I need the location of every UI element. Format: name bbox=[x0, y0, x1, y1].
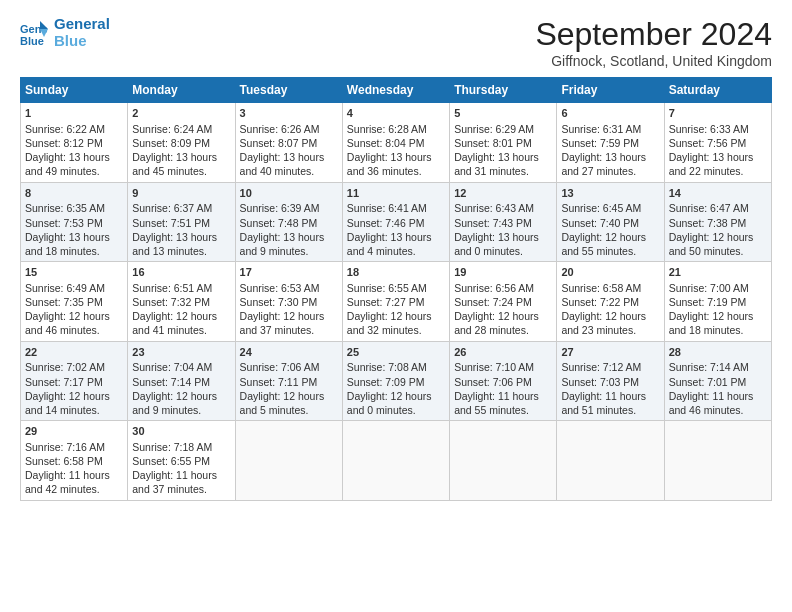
calendar-cell: 9Sunrise: 6:37 AMSunset: 7:51 PMDaylight… bbox=[128, 182, 235, 262]
day-info-line: Daylight: 12 hours bbox=[240, 389, 338, 403]
day-number: 3 bbox=[240, 106, 338, 121]
day-number: 1 bbox=[25, 106, 123, 121]
day-info-line: Sunset: 7:09 PM bbox=[347, 375, 445, 389]
day-info-line: Daylight: 13 hours bbox=[454, 230, 552, 244]
day-info-line: Sunrise: 6:24 AM bbox=[132, 122, 230, 136]
day-info-line: Sunrise: 7:04 AM bbox=[132, 360, 230, 374]
day-info-line: Daylight: 12 hours bbox=[25, 389, 123, 403]
day-info-line: Sunrise: 6:31 AM bbox=[561, 122, 659, 136]
calendar-cell: 20Sunrise: 6:58 AMSunset: 7:22 PMDayligh… bbox=[557, 262, 664, 342]
day-info-line: Daylight: 11 hours bbox=[454, 389, 552, 403]
day-info-line: Sunrise: 6:28 AM bbox=[347, 122, 445, 136]
day-info-line: Sunrise: 6:47 AM bbox=[669, 201, 767, 215]
week-row-4: 22Sunrise: 7:02 AMSunset: 7:17 PMDayligh… bbox=[21, 341, 772, 421]
calendar-cell bbox=[664, 421, 771, 501]
calendar-cell bbox=[557, 421, 664, 501]
day-info-line: Sunrise: 6:43 AM bbox=[454, 201, 552, 215]
day-number: 26 bbox=[454, 345, 552, 360]
day-info-line: Sunset: 7:32 PM bbox=[132, 295, 230, 309]
day-number: 7 bbox=[669, 106, 767, 121]
calendar-cell: 22Sunrise: 7:02 AMSunset: 7:17 PMDayligh… bbox=[21, 341, 128, 421]
day-info-line: Sunset: 6:55 PM bbox=[132, 454, 230, 468]
day-info-line: Sunset: 7:43 PM bbox=[454, 216, 552, 230]
day-info-line: Sunrise: 7:10 AM bbox=[454, 360, 552, 374]
calendar-cell: 24Sunrise: 7:06 AMSunset: 7:11 PMDayligh… bbox=[235, 341, 342, 421]
day-info-line: Daylight: 12 hours bbox=[669, 230, 767, 244]
day-info-line: Sunset: 7:30 PM bbox=[240, 295, 338, 309]
day-info-line: Sunrise: 7:08 AM bbox=[347, 360, 445, 374]
calendar-cell: 4Sunrise: 6:28 AMSunset: 8:04 PMDaylight… bbox=[342, 103, 449, 183]
day-info-line: and 0 minutes. bbox=[454, 244, 552, 258]
day-info-line: Daylight: 12 hours bbox=[347, 309, 445, 323]
day-info-line: and 55 minutes. bbox=[454, 403, 552, 417]
calendar-table: SundayMondayTuesdayWednesdayThursdayFrid… bbox=[20, 77, 772, 501]
day-number: 5 bbox=[454, 106, 552, 121]
day-info-line: and 55 minutes. bbox=[561, 244, 659, 258]
day-info-line: Sunset: 7:22 PM bbox=[561, 295, 659, 309]
calendar-cell: 6Sunrise: 6:31 AMSunset: 7:59 PMDaylight… bbox=[557, 103, 664, 183]
day-info-line: Sunset: 7:46 PM bbox=[347, 216, 445, 230]
calendar-cell: 14Sunrise: 6:47 AMSunset: 7:38 PMDayligh… bbox=[664, 182, 771, 262]
day-info-line: and 28 minutes. bbox=[454, 323, 552, 337]
day-info-line: Daylight: 13 hours bbox=[132, 150, 230, 164]
day-info-line: Daylight: 13 hours bbox=[454, 150, 552, 164]
day-info-line: and 14 minutes. bbox=[25, 403, 123, 417]
day-info-line: and 22 minutes. bbox=[669, 164, 767, 178]
day-info-line: and 50 minutes. bbox=[669, 244, 767, 258]
svg-text:Blue: Blue bbox=[20, 35, 44, 47]
day-info-line: and 9 minutes. bbox=[132, 403, 230, 417]
day-number: 10 bbox=[240, 186, 338, 201]
day-info-line: Sunset: 8:12 PM bbox=[25, 136, 123, 150]
calendar-cell: 13Sunrise: 6:45 AMSunset: 7:40 PMDayligh… bbox=[557, 182, 664, 262]
day-info-line: Sunset: 7:59 PM bbox=[561, 136, 659, 150]
day-info-line: and 42 minutes. bbox=[25, 482, 123, 496]
day-info-line: Sunrise: 6:45 AM bbox=[561, 201, 659, 215]
day-info-line: Daylight: 12 hours bbox=[561, 230, 659, 244]
calendar-cell: 1Sunrise: 6:22 AMSunset: 8:12 PMDaylight… bbox=[21, 103, 128, 183]
day-info-line: and 37 minutes. bbox=[132, 482, 230, 496]
logo: General Blue General Blue bbox=[20, 16, 110, 49]
day-number: 2 bbox=[132, 106, 230, 121]
calendar-cell: 8Sunrise: 6:35 AMSunset: 7:53 PMDaylight… bbox=[21, 182, 128, 262]
day-info-line: Daylight: 13 hours bbox=[240, 230, 338, 244]
day-info-line: Daylight: 11 hours bbox=[561, 389, 659, 403]
calendar-cell: 16Sunrise: 6:51 AMSunset: 7:32 PMDayligh… bbox=[128, 262, 235, 342]
day-info-line: Sunset: 7:56 PM bbox=[669, 136, 767, 150]
day-info-line: and 4 minutes. bbox=[347, 244, 445, 258]
col-header-saturday: Saturday bbox=[664, 78, 771, 103]
day-info-line: and 46 minutes. bbox=[25, 323, 123, 337]
calendar-cell: 27Sunrise: 7:12 AMSunset: 7:03 PMDayligh… bbox=[557, 341, 664, 421]
day-number: 28 bbox=[669, 345, 767, 360]
day-info-line: Daylight: 13 hours bbox=[669, 150, 767, 164]
week-row-3: 15Sunrise: 6:49 AMSunset: 7:35 PMDayligh… bbox=[21, 262, 772, 342]
day-number: 30 bbox=[132, 424, 230, 439]
day-info-line: Sunrise: 6:58 AM bbox=[561, 281, 659, 295]
calendar-cell bbox=[450, 421, 557, 501]
day-info-line: Daylight: 12 hours bbox=[669, 309, 767, 323]
day-info-line: Daylight: 12 hours bbox=[240, 309, 338, 323]
day-info-line: Sunset: 7:35 PM bbox=[25, 295, 123, 309]
day-info-line: Daylight: 11 hours bbox=[669, 389, 767, 403]
day-info-line: Sunset: 7:01 PM bbox=[669, 375, 767, 389]
day-info-line: Sunrise: 6:33 AM bbox=[669, 122, 767, 136]
day-info-line: Daylight: 13 hours bbox=[561, 150, 659, 164]
day-info-line: and 49 minutes. bbox=[25, 164, 123, 178]
page: General Blue General Blue September 2024… bbox=[0, 0, 792, 612]
day-info-line: Daylight: 13 hours bbox=[347, 150, 445, 164]
day-number: 4 bbox=[347, 106, 445, 121]
day-info-line: Sunrise: 6:41 AM bbox=[347, 201, 445, 215]
day-info-line: and 41 minutes. bbox=[132, 323, 230, 337]
col-header-monday: Monday bbox=[128, 78, 235, 103]
day-info-line: and 36 minutes. bbox=[347, 164, 445, 178]
day-number: 15 bbox=[25, 265, 123, 280]
calendar-cell: 30Sunrise: 7:18 AMSunset: 6:55 PMDayligh… bbox=[128, 421, 235, 501]
day-info-line: Sunrise: 6:56 AM bbox=[454, 281, 552, 295]
day-info-line: Sunset: 7:06 PM bbox=[454, 375, 552, 389]
day-info-line: Sunset: 7:03 PM bbox=[561, 375, 659, 389]
day-info-line: Sunset: 8:07 PM bbox=[240, 136, 338, 150]
col-header-tuesday: Tuesday bbox=[235, 78, 342, 103]
day-number: 17 bbox=[240, 265, 338, 280]
day-info-line: Sunrise: 7:18 AM bbox=[132, 440, 230, 454]
calendar-cell: 12Sunrise: 6:43 AMSunset: 7:43 PMDayligh… bbox=[450, 182, 557, 262]
day-info-line: Sunset: 6:58 PM bbox=[25, 454, 123, 468]
